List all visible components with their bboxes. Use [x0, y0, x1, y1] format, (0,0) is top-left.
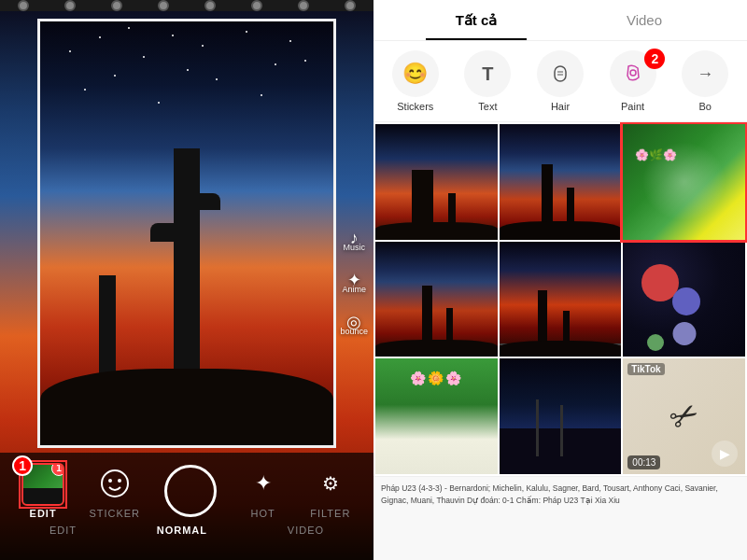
tab-video[interactable]: Video: [560, 0, 728, 40]
gallery-item-9[interactable]: ✂ TikTok 00:13 ▶: [623, 358, 745, 474]
mode-video: VIDEO: [288, 525, 324, 536]
gallery-item-2[interactable]: [500, 124, 622, 240]
text-icon: T: [464, 50, 511, 97]
gallery-item-5[interactable]: [500, 242, 622, 357]
toolbar-bounce[interactable]: ◎ bounce: [340, 309, 368, 336]
toolbar-music[interactable]: ♪ Music: [341, 225, 367, 252]
gnd3: [500, 341, 622, 357]
flowers-overlay: 🌸🌿🌸: [635, 147, 677, 163]
tabs-row: Tất cả Video: [374, 0, 747, 41]
mode-normal: NORMAL: [157, 525, 207, 536]
svg-point-2: [118, 479, 121, 483]
painting-space: [623, 242, 745, 357]
play-arrow-icon[interactable]: ▶: [712, 441, 738, 467]
right-side-toolbar: ♪ Music ✦ Anime ◎ bounce: [340, 225, 368, 336]
gallery-item-4[interactable]: [375, 242, 498, 357]
info-bar: Pháp U23 (4-3-3) - Bernardoni; Michelin,…: [374, 476, 747, 560]
tool-bo[interactable]: → Bo: [670, 50, 740, 112]
bottom-icons-row: 1 1 Edit Sticker ✦ Hot: [0, 453, 374, 523]
stickers-icon: 😊: [392, 50, 439, 97]
badge-count: 1: [51, 463, 64, 476]
sticker-icon: [93, 462, 136, 505]
gallery-item-8[interactable]: [500, 358, 622, 474]
mode-edit: EDIT: [49, 525, 77, 536]
planet-blue: [672, 322, 696, 345]
left-panel: ♪ Music ✦ Anime ◎ bounce 1 1 Edit: [0, 0, 374, 560]
tiktok-logo: TikTok: [627, 363, 664, 375]
painting-night-city: [500, 358, 622, 474]
number-badge-2: 2: [644, 49, 665, 69]
hair-label: Hair: [551, 101, 570, 112]
ring-3: [111, 0, 122, 11]
timer-badge: 00:13: [627, 455, 660, 469]
painting-desert4: [500, 242, 622, 357]
ground: [375, 222, 498, 240]
gnd2: [375, 340, 498, 357]
painting-desert3: [375, 242, 498, 357]
bo-icon: →: [682, 50, 728, 97]
ring-1: [18, 0, 29, 11]
toolbar-bounce-label: bounce: [340, 327, 368, 336]
circle-icon: [164, 465, 217, 517]
painting-desert1: [375, 124, 498, 240]
filter-label: Filter: [310, 508, 350, 519]
bo-label: Bo: [698, 101, 711, 112]
hot-label: Hot: [250, 508, 275, 519]
tool-text[interactable]: T Text: [454, 50, 523, 112]
ring-7: [298, 0, 309, 11]
toolbar-anime-label: Anime: [342, 285, 366, 294]
scissors-icon: ✂: [662, 392, 706, 440]
sticker-button[interactable]: Sticker: [89, 462, 140, 519]
gallery-item-6[interactable]: [623, 242, 745, 357]
right-panel: Tất cả Video 😊 Stickers T Text Hair: [374, 0, 747, 560]
match-info: Pháp U23 (4-3-3) - Bernardoni; Michelin,…: [381, 483, 740, 507]
ring-6: [251, 0, 262, 11]
svg-point-0: [102, 470, 128, 497]
tools-row: 😊 Stickers T Text Hair 2 Paint → Bo: [374, 41, 747, 122]
svg-point-6: [630, 70, 636, 76]
painting-green-floral: 🌸🌿🌸: [623, 124, 745, 240]
stickers-label: Stickers: [397, 101, 433, 112]
paint-label: Paint: [621, 101, 644, 112]
tool-hair[interactable]: Hair: [526, 50, 595, 112]
svg-rect-3: [555, 66, 566, 81]
gallery-grid: 🌸🌿🌸: [374, 122, 747, 476]
gallery-item-3[interactable]: 🌸🌿🌸: [623, 124, 745, 240]
ground-silhouette: [40, 369, 333, 445]
toolbar-anime[interactable]: ✦ Anime: [341, 267, 367, 294]
tool-paint[interactable]: 2 Paint: [599, 50, 668, 112]
sticker-label: Sticker: [89, 508, 140, 519]
ring-4: [158, 0, 169, 11]
tool-stickers[interactable]: 😊 Stickers: [381, 50, 450, 112]
filter-button[interactable]: ⚙ Filter: [309, 462, 352, 519]
sparkle-icon: ✦: [242, 462, 285, 505]
left-bottom-controls: 1 1 Edit Sticker ✦ Hot: [0, 453, 374, 560]
svg-point-1: [108, 479, 112, 483]
ring-8: [345, 0, 356, 11]
edit-button[interactable]: 1 1 Edit: [21, 463, 64, 519]
painting-frame: [37, 19, 336, 448]
hair-icon: [537, 50, 584, 97]
gallery-item-7[interactable]: 🌸🌼🌸: [375, 358, 498, 474]
gallery-item-1[interactable]: [375, 124, 498, 240]
ring-2: [64, 0, 76, 11]
notebook-rings: [0, 0, 374, 11]
text-label: Text: [478, 101, 497, 112]
number-badge-1: 1: [12, 455, 33, 476]
planet-green: [647, 334, 664, 351]
hot-button[interactable]: ✦ Hot: [242, 462, 285, 519]
record-button[interactable]: [164, 465, 217, 517]
painting-flowers: 🌸🌼🌸: [375, 358, 498, 474]
flower-bg: 🌸🌼🌸: [375, 358, 498, 474]
edit-label: Edit: [30, 508, 57, 519]
ring-5: [204, 0, 216, 11]
tab-all[interactable]: Tất cả: [392, 0, 560, 40]
painting-desert2: [500, 124, 622, 240]
toolbar-music-label: Music: [343, 243, 365, 252]
gnd: [500, 221, 622, 240]
mode-labels-row: EDIT NORMAL VIDEO: [0, 523, 374, 543]
filter-icon: ⚙: [309, 462, 352, 505]
